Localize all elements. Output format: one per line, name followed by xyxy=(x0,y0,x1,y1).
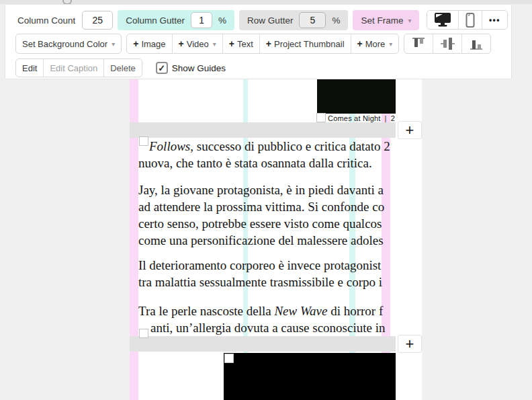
desktop-icon xyxy=(434,13,451,27)
column-gutter-group: Column Gutter % xyxy=(118,10,234,30)
align-top-icon xyxy=(411,36,426,51)
text-line: Il deterioramento corporeo è invece prot… xyxy=(138,257,382,274)
caption-handle-top-image[interactable] xyxy=(316,113,326,122)
add-project-thumbnail-button[interactable]: + Project Thumbnail xyxy=(259,34,351,53)
chevron-down-icon: ▾ xyxy=(389,40,392,48)
image-bottom[interactable] xyxy=(224,353,396,400)
ellipsis-icon: ••• xyxy=(489,15,500,25)
chevron-down-icon: ▾ xyxy=(213,40,216,48)
caption-handle-bottom-image[interactable] xyxy=(224,354,234,363)
checkmark-icon: ✓ xyxy=(158,63,165,73)
align-top-button[interactable] xyxy=(404,34,433,53)
row-gutter-label: Row Gutter xyxy=(247,15,293,26)
add-row-button-2[interactable]: + xyxy=(398,335,422,353)
caption-handle-paragraph-4[interactable] xyxy=(139,329,148,338)
edit-group: Edit Edit Caption Delete xyxy=(15,58,142,77)
paragraph-3: Il deterioramento corporeo è invece prot… xyxy=(138,257,382,290)
set-frame-label: Set Frame xyxy=(361,15,403,26)
text-line: ad attendere la prossima vittima. Si con… xyxy=(138,198,384,215)
toolbar-row-grid-settings: Column Count Column Gutter % Row Gutter … xyxy=(15,10,419,30)
article-text-block[interactable]: Follows, successo di pubblico e critica … xyxy=(130,134,396,336)
text-line: nuova, che tanto è stata osannata dalla … xyxy=(138,155,390,171)
delete-button[interactable]: Delete xyxy=(103,59,142,77)
row-gutter-group: Row Gutter % xyxy=(239,10,348,30)
toolbar-row-content: Set Background Color ▾ + Image + Video ▾… xyxy=(15,34,491,54)
add-text-button[interactable]: + Text xyxy=(222,34,259,53)
set-background-color-button[interactable]: Set Background Color ▾ xyxy=(16,34,121,53)
row-gutter-band-2 xyxy=(130,336,396,352)
caption-text: Comes at Night xyxy=(328,114,381,122)
set-background-group: Set Background Color ▾ xyxy=(15,34,122,54)
text-line-pre: Tra le perle nascoste della xyxy=(138,304,274,318)
text-line-rest: anti, un’allergia dovuta a cause sconosc… xyxy=(150,321,385,335)
caption-year: 2 xyxy=(391,114,395,122)
set-frame-button[interactable]: Set Frame ▾ xyxy=(353,10,419,30)
add-row-button-1[interactable]: + xyxy=(398,121,422,139)
image-caption: Comes at Night|2 xyxy=(328,114,395,122)
text-line: Tra le perle nascoste della New Wave di … xyxy=(138,303,385,319)
column-gutter-label: Column Gutter xyxy=(126,15,185,26)
align-middle-icon xyxy=(440,36,455,51)
row-gutter-unit: % xyxy=(332,15,340,26)
add-more-button[interactable]: + More ▾ xyxy=(351,34,399,53)
mobile-icon xyxy=(466,13,475,28)
edit-caption-label: Edit Caption xyxy=(50,63,97,73)
text-line-rest: successo di pubblico e critica datato 2 xyxy=(193,139,390,153)
add-video-label: Video xyxy=(187,39,209,49)
plus-icon: + xyxy=(229,38,234,49)
layout-editor-screen: Column Count Column Gutter % Row Gutter … xyxy=(0,0,532,400)
edit-label: Edit xyxy=(22,63,37,73)
add-image-button[interactable]: + Image xyxy=(127,34,171,53)
align-bottom-button[interactable] xyxy=(461,34,490,53)
mobile-preview-button[interactable] xyxy=(458,11,482,29)
add-more-label: More xyxy=(365,39,386,49)
align-bottom-icon xyxy=(469,36,484,51)
edit-caption-button[interactable]: Edit Caption xyxy=(43,59,103,77)
editor-toolbar: Column Count Column Gutter % Row Gutter … xyxy=(5,4,512,79)
add-text-label: Text xyxy=(237,39,253,49)
edit-button[interactable]: Edit xyxy=(16,59,43,77)
text-line: tra malattia sessualmente trasmissibile … xyxy=(138,274,382,290)
show-guides-label: Show Guides xyxy=(172,63,226,73)
image-top[interactable] xyxy=(317,79,396,114)
set-background-color-label: Set Background Color xyxy=(22,39,107,49)
italic-title: New Wave xyxy=(274,304,327,318)
text-line: certo senso, potrebbe essere visto come … xyxy=(138,215,384,232)
add-video-button[interactable]: + Video ▾ xyxy=(172,34,222,53)
text-line: anti, un’allergia dovuta a cause sconosc… xyxy=(138,319,385,336)
chevron-down-icon: ▾ xyxy=(112,40,115,48)
align-middle-button[interactable] xyxy=(433,34,461,53)
text-line: Jay, la giovane protagonista, è in piedi… xyxy=(138,182,384,198)
column-gutter-unit: % xyxy=(218,15,226,26)
row-gutter-input[interactable] xyxy=(299,12,326,28)
plus-icon: + xyxy=(179,38,184,49)
chevron-down-icon: ▾ xyxy=(408,17,411,24)
delete-label: Delete xyxy=(110,63,136,73)
vertical-align-group xyxy=(404,34,491,54)
italic-title: Follows, xyxy=(149,139,193,153)
plus-icon: + xyxy=(406,123,414,138)
text-line-post: di horror f xyxy=(327,304,383,318)
add-image-label: Image xyxy=(141,39,165,49)
paragraph-4: Tra le perle nascoste della New Wave di … xyxy=(138,303,385,336)
toolbar-row-edit: Edit Edit Caption Delete ✓ Show Guides xyxy=(15,58,226,77)
paragraph-2: Jay, la giovane protagonista, è in piedi… xyxy=(138,182,384,249)
add-project-thumbnail-label: Project Thumbnail xyxy=(274,39,345,49)
add-content-group: + Image + Video ▾ + Text + Project Thumb… xyxy=(126,34,399,54)
paragraph-1: Follows, successo di pubblico e critica … xyxy=(138,138,390,171)
plus-icon: + xyxy=(266,38,271,49)
plus-icon: + xyxy=(133,38,138,49)
desktop-preview-button[interactable] xyxy=(427,11,458,29)
column-count-label: Column Count xyxy=(17,15,75,26)
caption-separator: | xyxy=(385,114,387,122)
caption-handle-paragraph-1[interactable] xyxy=(139,136,148,146)
column-count-input[interactable] xyxy=(82,11,113,30)
text-line: come una personificazione del malessere … xyxy=(138,232,384,249)
column-gutter-input[interactable] xyxy=(191,12,212,28)
show-guides-control: ✓ Show Guides xyxy=(156,62,226,74)
text-line: Follows, successo di pubblico e critica … xyxy=(138,138,390,155)
show-guides-checkbox[interactable]: ✓ xyxy=(156,62,168,74)
plus-icon: + xyxy=(357,38,363,49)
device-preview-group: ••• xyxy=(427,10,508,30)
more-options-button[interactable]: ••• xyxy=(482,11,507,29)
